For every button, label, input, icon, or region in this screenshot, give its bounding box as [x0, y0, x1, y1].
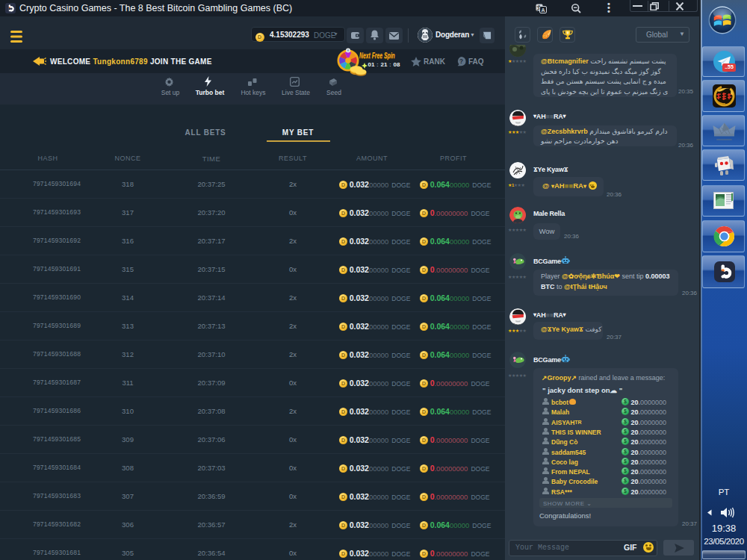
- svg-text:B: B: [543, 34, 547, 39]
- svg-text:?: ?: [459, 58, 463, 65]
- svg-text:A: A: [541, 7, 545, 13]
